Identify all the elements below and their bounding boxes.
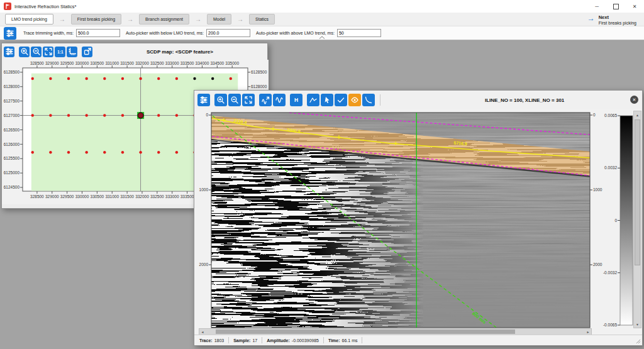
tab-branch-assignment[interactable]: Branch assignment bbox=[139, 14, 189, 25]
scdp-point[interactable] bbox=[121, 77, 124, 80]
horizon-h-button[interactable]: H bbox=[290, 94, 303, 106]
zoom-in-button[interactable] bbox=[214, 94, 227, 106]
workflow-arrow-icon: → bbox=[237, 16, 243, 23]
tab-lmo-trend-picking[interactable]: LMO trend picking bbox=[5, 14, 53, 25]
settings-sliders-button[interactable] bbox=[4, 47, 14, 57]
svg-text:6128000: 6128000 bbox=[4, 84, 20, 89]
svg-text:329000: 329000 bbox=[45, 61, 59, 65]
scdp-point[interactable] bbox=[175, 77, 178, 80]
svg-text:332500: 332500 bbox=[150, 194, 164, 199]
svg-text:333000: 333000 bbox=[165, 194, 179, 199]
scdp-point[interactable] bbox=[103, 151, 106, 153]
scdp-point[interactable] bbox=[103, 77, 106, 80]
scdp-point[interactable] bbox=[85, 151, 87, 153]
autopicker-below-input[interactable] bbox=[206, 29, 250, 37]
wiggle-trace-button[interactable] bbox=[273, 94, 286, 106]
one-to-one-button[interactable]: 1:1 bbox=[55, 47, 65, 57]
scdp-point[interactable] bbox=[49, 114, 52, 116]
scdp-point[interactable] bbox=[85, 114, 87, 116]
scroll-up-arrow-icon[interactable]: ▲ bbox=[634, 111, 641, 118]
vertical-scroll-thumb[interactable] bbox=[635, 119, 640, 265]
cursor-select-button[interactable] bbox=[321, 94, 333, 106]
collapse-panel-button[interactable] bbox=[319, 35, 325, 40]
scdp-point[interactable] bbox=[121, 151, 124, 153]
resize-grip-icon[interactable] bbox=[636, 339, 641, 344]
scroll-left-arrow-icon[interactable]: ◄ bbox=[199, 329, 206, 335]
svg-text:331000: 331000 bbox=[105, 194, 119, 199]
chevron-up-icon bbox=[319, 36, 325, 39]
scdp-point[interactable] bbox=[85, 77, 87, 80]
scdp-point[interactable] bbox=[175, 151, 178, 153]
tab-model[interactable]: Model bbox=[207, 14, 231, 25]
export-button[interactable] bbox=[82, 47, 92, 57]
status-sample: Sample:17 bbox=[233, 338, 257, 343]
autopicker-above-input[interactable] bbox=[337, 29, 381, 37]
scdp-point[interactable] bbox=[49, 77, 52, 80]
close-panel-button[interactable]: ✕ bbox=[630, 96, 638, 104]
svg-text:0: 0 bbox=[593, 113, 596, 117]
svg-text:1000: 1000 bbox=[199, 187, 209, 192]
trace-trimming-width-label: Trace trimming width, ms: bbox=[23, 31, 74, 35]
svg-text:2000: 2000 bbox=[199, 262, 209, 267]
trace-trimming-width-input[interactable] bbox=[76, 29, 120, 37]
scdp-point[interactable] bbox=[175, 114, 178, 116]
scdp-point[interactable] bbox=[230, 77, 232, 80]
scdp-point[interactable] bbox=[139, 77, 142, 80]
settings-sliders-button[interactable] bbox=[197, 94, 210, 106]
scdp-map-toolbar-icons: 1:1 bbox=[4, 47, 94, 57]
visibility-eye-icon bbox=[350, 96, 359, 104]
lmo-settings-button[interactable] bbox=[4, 27, 16, 40]
scroll-down-arrow-icon[interactable]: ▼ bbox=[634, 321, 641, 328]
visibility-eye-button[interactable] bbox=[348, 94, 361, 106]
tab-statics[interactable]: Statics bbox=[249, 14, 275, 25]
zoom-out-button[interactable] bbox=[31, 47, 42, 57]
fit-view-icon bbox=[244, 96, 253, 104]
scdp-point[interactable] bbox=[157, 77, 160, 80]
tab-first-breaks-picking[interactable]: First breaks picking bbox=[71, 14, 121, 25]
fit-view-button[interactable] bbox=[43, 47, 53, 57]
scdp-point[interactable] bbox=[31, 114, 34, 116]
peak-pick-button[interactable] bbox=[307, 94, 319, 106]
close-button[interactable]: ✕ bbox=[625, 0, 644, 13]
workflow-arrow-icon: → bbox=[195, 16, 201, 23]
scdp-point[interactable] bbox=[67, 114, 70, 116]
zoom-out-button[interactable] bbox=[228, 94, 241, 106]
seismic-plot[interactable]: 2336.43990.95716.9800 m/s001000100020002… bbox=[194, 109, 634, 328]
scroll-right-arrow-icon[interactable]: ► bbox=[585, 329, 591, 335]
scdp-point[interactable] bbox=[103, 114, 106, 116]
axes-limits-button[interactable] bbox=[67, 47, 77, 57]
scdp-point[interactable] bbox=[67, 77, 70, 80]
minimize-button[interactable]: ─ bbox=[587, 0, 606, 13]
seismic-toolbar: H ILINE_NO = 100, XLINE_NO = 301 ✕ bbox=[194, 91, 642, 109]
scdp-point[interactable] bbox=[31, 77, 34, 80]
scdp-point[interactable] bbox=[121, 114, 124, 116]
workspace: 1:1 SCDP map: <SCDP feature> 32850032850… bbox=[0, 40, 644, 349]
trace-trimming-width-field: Trace trimming width, ms: bbox=[23, 29, 120, 37]
scdp-point[interactable] bbox=[157, 114, 160, 116]
scdp-point[interactable] bbox=[211, 77, 214, 80]
vertical-scrollbar[interactable]: ▲ ▼ bbox=[633, 111, 641, 328]
horizontal-scroll-thumb[interactable] bbox=[216, 330, 515, 334]
hyperbola-curve-button[interactable] bbox=[362, 94, 375, 106]
svg-text:332000: 332000 bbox=[135, 194, 149, 199]
next-step-button[interactable]: → Next First breaks picking bbox=[587, 14, 636, 25]
parameter-bar: Trace trimming width, ms: Auto-picker wi… bbox=[0, 26, 644, 40]
scdp-point[interactable] bbox=[157, 151, 160, 153]
svg-text:0: 0 bbox=[614, 218, 617, 223]
fit-view-button[interactable] bbox=[242, 94, 255, 106]
status-time: Time:66.1 ms bbox=[328, 338, 357, 343]
scdp-point[interactable] bbox=[49, 151, 52, 153]
apply-check-icon bbox=[336, 96, 345, 104]
scdp-point[interactable] bbox=[67, 151, 70, 153]
next-arrow-icon: → bbox=[587, 14, 595, 25]
scdp-point[interactable] bbox=[193, 77, 196, 80]
scdp-point[interactable] bbox=[139, 151, 142, 153]
apply-check-button[interactable] bbox=[335, 94, 347, 106]
scdp-point[interactable] bbox=[31, 151, 34, 153]
svg-text:6126000: 6126000 bbox=[4, 142, 20, 147]
svg-text:6124500: 6124500 bbox=[4, 185, 20, 189]
zoom-in-button[interactable] bbox=[19, 47, 30, 57]
trend-pick-button[interactable] bbox=[259, 94, 272, 106]
maximize-button[interactable] bbox=[606, 0, 625, 13]
svg-text:328500: 328500 bbox=[30, 61, 44, 65]
